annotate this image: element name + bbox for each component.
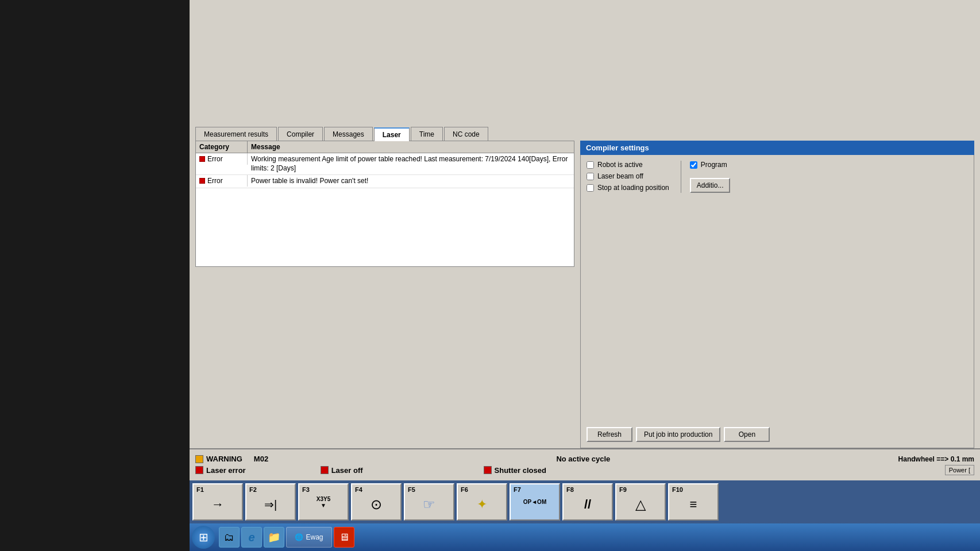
- error-indicator-1: [199, 156, 205, 162]
- tab-compiler[interactable]: Compiler: [278, 127, 323, 141]
- m02-label: M02: [254, 455, 268, 463]
- warning-label: WARNING: [206, 455, 242, 463]
- start-button[interactable]: ⊞: [192, 526, 215, 549]
- files-icon: 📁: [268, 531, 280, 544]
- fkey-f3-dropdown: ▼: [321, 502, 326, 509]
- tab-bar: Measurement results Compiler Messages La…: [190, 123, 980, 141]
- checkbox-laser-beam-off[interactable]: Laser beam off: [587, 172, 669, 180]
- checkbox-stop-loading-label: Stop at loading position: [597, 184, 669, 192]
- fkey-f5-icon: ☞: [423, 496, 435, 513]
- fkey-f9[interactable]: F9 △: [615, 483, 666, 521]
- start-icon: ⊞: [199, 530, 209, 544]
- compiler-settings-body: Robot is active Laser beam off Stop at l…: [580, 155, 974, 448]
- fkey-f8-icon: //: [584, 497, 591, 512]
- status-bar: WARNING M02 No active cycle Handwheel ==…: [190, 448, 980, 480]
- fkey-f10[interactable]: F10 ≡: [668, 483, 719, 521]
- checkbox-laser-beam-off-label: Laser beam off: [597, 172, 643, 180]
- taskbar-app2[interactable]: 🖥: [334, 527, 354, 548]
- fkey-f9-label: F9: [619, 486, 627, 493]
- msg-table-header: Category Message: [196, 141, 574, 153]
- fkey-f2-icon: ⇒|: [264, 498, 277, 511]
- fkey-f3[interactable]: F3 X3Y5 ▼: [298, 483, 349, 521]
- table-row[interactable]: Error Power table is invalid! Power can'…: [196, 175, 574, 188]
- warning-badge: WARNING: [195, 455, 242, 463]
- fkey-f9-icon: △: [635, 496, 646, 513]
- tab-measurement-results[interactable]: Measurement results: [195, 127, 277, 141]
- taskbar-ie[interactable]: e: [241, 527, 262, 548]
- checkbox-program[interactable]: Program: [690, 161, 731, 169]
- cell-category-1: Error: [196, 153, 248, 165]
- taskbar-files[interactable]: 📁: [264, 527, 284, 548]
- fkey-f3-label: F3: [302, 486, 310, 493]
- checkbox-robot-active[interactable]: Robot is active: [587, 161, 669, 169]
- tab-messages[interactable]: Messages: [324, 127, 373, 141]
- checkbox-program-label: Program: [701, 161, 727, 169]
- fkey-f2[interactable]: F2 ⇒|: [245, 483, 296, 521]
- fkey-f1-label: F1: [196, 486, 204, 493]
- shutter-closed-label: Shutter closed: [495, 466, 546, 475]
- cell-message-2: Power table is invalid! Power can't set!: [248, 175, 574, 188]
- tab-time[interactable]: Time: [411, 127, 443, 141]
- col-category-header: Category: [196, 141, 248, 153]
- checkbox-robot-active-label: Robot is active: [597, 161, 643, 169]
- fkey-f7-label: F7: [514, 486, 521, 493]
- cell-category-2: Error: [196, 175, 248, 187]
- compiler-settings-panel: Compiler settings Robot is active Laser …: [580, 141, 974, 448]
- screen-bezel: [0, 0, 190, 551]
- ie-icon: e: [248, 531, 254, 544]
- content-row: Category Message Error Working measureme…: [190, 141, 980, 448]
- fkey-f6-label: F6: [461, 486, 468, 493]
- compiler-buttons: Refresh Put job into production Open: [587, 421, 968, 442]
- fkey-f8[interactable]: F8 //: [562, 483, 613, 521]
- laser-off-badge: Laser off: [321, 466, 363, 475]
- laser-off-indicator: [321, 466, 329, 474]
- fkey-f6[interactable]: F6 ✦: [457, 483, 507, 521]
- cell-message-1: Working measurement Age limit of power t…: [248, 153, 574, 174]
- fkey-f2-label: F2: [249, 486, 257, 493]
- fkey-f4-label: F4: [355, 486, 362, 493]
- shutter-indicator: [484, 466, 492, 474]
- fkey-f8-label: F8: [566, 486, 574, 493]
- app2-icon: 🖥: [339, 531, 349, 544]
- handwheel-status: Handwheel ==> 0.1 mm: [898, 455, 974, 463]
- checkbox-stop-loading-input[interactable]: [587, 184, 594, 192]
- category-text-2: Error: [207, 177, 223, 185]
- fkey-f10-label: F10: [672, 486, 683, 493]
- error-indicator-2: [199, 178, 205, 184]
- laser-off-label: Laser off: [331, 466, 363, 475]
- additional-button[interactable]: Additio...: [690, 178, 731, 193]
- checkbox-laser-beam-off-input[interactable]: [587, 173, 594, 180]
- power-indicator: Power [: [945, 465, 974, 475]
- fkey-f7[interactable]: F7 OP◄OM: [510, 483, 560, 521]
- fkey-f10-icon: ≡: [690, 497, 697, 512]
- fkey-bar: F1 → F2 ⇒| F3 X3Y5 ▼ F4 ⊙ F5 ☞ F6 ✦ F7 O…: [190, 480, 980, 523]
- power-label: Power [: [949, 467, 970, 474]
- open-button[interactable]: Open: [724, 427, 770, 442]
- taskbar-explorer[interactable]: 🗂: [219, 527, 240, 548]
- message-panel: Category Message Error Working measureme…: [195, 141, 574, 267]
- laser-error-indicator: [195, 466, 203, 474]
- fkey-f5[interactable]: F5 ☞: [404, 483, 454, 521]
- tab-laser[interactable]: Laser: [374, 127, 410, 141]
- refresh-button[interactable]: Refresh: [587, 427, 632, 442]
- checkbox-program-input[interactable]: [690, 161, 697, 169]
- taskbar: ⊞ 🗂 e 📁 🌐 Ewag 🖥: [190, 523, 980, 551]
- tab-nccode[interactable]: NC code: [444, 127, 488, 141]
- laser-error-badge: Laser error: [195, 466, 246, 475]
- main-area: Measurement results Compiler Messages La…: [190, 0, 980, 551]
- col-message-header: Message: [248, 141, 574, 153]
- table-row[interactable]: Error Working measurement Age limit of p…: [196, 153, 574, 175]
- fkey-f1[interactable]: F1 →: [192, 483, 243, 521]
- explorer-icon: 🗂: [224, 531, 234, 544]
- laser-error-label: Laser error: [206, 466, 246, 475]
- checkbox-stop-loading[interactable]: Stop at loading position: [587, 184, 669, 192]
- compiler-settings-title: Compiler settings: [580, 141, 974, 155]
- warning-indicator: [195, 455, 203, 463]
- fkey-f4-icon: ⊙: [371, 496, 382, 513]
- fkey-f4[interactable]: F4 ⊙: [351, 483, 402, 521]
- category-text-1: Error: [207, 155, 223, 163]
- checkbox-robot-active-input[interactable]: [587, 161, 594, 169]
- taskbar-ewag[interactable]: 🌐 Ewag: [286, 527, 332, 548]
- ewag-icon: 🌐: [295, 533, 303, 541]
- put-job-button[interactable]: Put job into production: [636, 427, 720, 442]
